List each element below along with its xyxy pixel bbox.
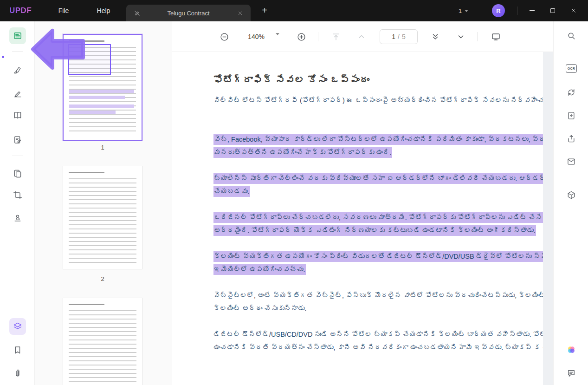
crop-button[interactable]: [9, 187, 26, 203]
zoom-out-button[interactable]: [218, 30, 231, 43]
document-content: ఫోటోగ్రాఫిక్ సేవల కోసం ఒప్పందం విల్‌విట్…: [172, 52, 543, 354]
left-toolbar: [0, 21, 35, 385]
paragraph[interactable]: విల్‌విట్ లోటస్ ఫోటోగ్రఫీ (ఫోటోగ్రాఫర్) …: [213, 94, 543, 107]
ocr-button[interactable]: OCR: [563, 60, 580, 77]
close-button[interactable]: [564, 0, 583, 21]
page-thumbnail-1[interactable]: [63, 34, 142, 141]
updf-window: UPDF File Help Telugu Contract + 1 R: [0, 0, 588, 385]
layers-button[interactable]: [9, 318, 26, 335]
minimize-button[interactable]: [523, 0, 541, 21]
highlighted-paragraph[interactable]: ఒరిజినల్ ఫోటోగ్రాఫ్‌లు చేర్చబడలేదు, సవరణ…: [213, 211, 543, 237]
document-toolbar: 140% 1 / 5: [172, 21, 553, 52]
new-tab-button[interactable]: +: [258, 0, 271, 21]
chevron-up-icon: [357, 32, 366, 41]
ai-assistant-button[interactable]: [563, 341, 580, 358]
titlebar: UPDF File Help Telugu Contract + 1 R: [0, 0, 588, 21]
zoom-out-icon: [220, 32, 229, 42]
page-thumbnail-2[interactable]: [63, 166, 142, 269]
highlighted-paragraph[interactable]: బ్యాలెన్స్ పూర్తిగా చెల్లించే వరకు వ్రివ…: [213, 172, 543, 198]
email-button[interactable]: [563, 153, 580, 170]
page-edit-button[interactable]: [563, 107, 580, 124]
stamp-button[interactable]: [9, 210, 26, 227]
close-icon: [571, 8, 576, 13]
signature-button[interactable]: [9, 131, 26, 148]
layers-icon: [13, 322, 22, 331]
ocr-icon: OCR: [566, 64, 577, 73]
viewport-indicator[interactable]: [68, 44, 111, 75]
ocr-label: OCR: [568, 67, 575, 70]
active-tool-indicator: [2, 56, 4, 58]
feedback-button[interactable]: [563, 365, 580, 382]
document-page[interactable]: ఫోటోగ్రాఫిక్ సేవల కోసం ఒప్పందం విల్‌విట్…: [172, 52, 543, 385]
highlighted-paragraph[interactable]: క్లయింట్ వ్యక్తిగత ఉపయోగం కోసం ప్రింట్ వ…: [213, 250, 543, 276]
chevron-down-icon: [276, 33, 279, 43]
next-page-button[interactable]: [454, 30, 467, 43]
highlighted-paragraph[interactable]: వెబ్, Facebook, వ్యాపార కార్డ్‌లు లేదా ప…: [213, 133, 543, 159]
window-count-dropdown[interactable]: 1: [459, 0, 468, 21]
right-toolbar: OCR: [553, 21, 588, 385]
previous-page-button[interactable]: [355, 30, 368, 43]
crop-icon: [13, 190, 22, 200]
thumb-text-placeholder: [69, 40, 104, 42]
zoom-level[interactable]: 140%: [241, 21, 271, 52]
tab-telugu-contract[interactable]: Telugu Contract: [126, 5, 251, 21]
share-button[interactable]: [563, 131, 580, 147]
chevron-down-icon: [456, 32, 465, 41]
search-icon: [567, 31, 576, 40]
chevron-down-icon: [465, 10, 468, 12]
stamp-icon: [13, 214, 22, 223]
maximize-button[interactable]: [543, 0, 562, 21]
arrow-to-top-icon: [331, 32, 341, 41]
paragraph[interactable]: వెబ్‌సైట్లలో, అంటే వ్యక్తిగత వెబ్‌సైట్, …: [213, 289, 543, 315]
reader-mode-button[interactable]: [9, 27, 26, 44]
titlebar-divider: [517, 7, 517, 15]
paragraph[interactable]: డిజిటల్ డౌన్‌లోడ్/USB/CD/DVD నుండి అన్ని…: [213, 328, 543, 354]
highlighter-button[interactable]: [9, 62, 26, 78]
avatar[interactable]: R: [492, 4, 505, 17]
window-count-value: 1: [459, 7, 462, 14]
zoom-dropdown-button[interactable]: [276, 35, 279, 44]
pages-icon: [13, 169, 22, 178]
divider: [566, 179, 577, 179]
menu-file[interactable]: File: [51, 0, 76, 21]
menu-help[interactable]: Help: [91, 0, 116, 21]
updf-ai-icon: [566, 345, 576, 355]
document-title[interactable]: ఫోటోగ్రాఫిక్ సేవల కోసం ఒప్పందం: [213, 74, 543, 85]
highlighter-icon: [13, 65, 22, 75]
zoom-in-button[interactable]: [295, 30, 308, 43]
comment-button[interactable]: [9, 85, 26, 102]
thumbnail-panel: 1 2: [35, 21, 172, 385]
thumb-text-placeholder: [69, 178, 136, 263]
thumb-highlight: [69, 104, 134, 108]
main-area: 140% 1 / 5: [172, 21, 553, 385]
signature-icon: [13, 135, 22, 144]
current-page: 1: [392, 33, 395, 40]
search-button[interactable]: [563, 27, 580, 44]
page-download-icon: [567, 111, 576, 120]
converter-button[interactable]: [563, 84, 580, 101]
divider: [318, 32, 318, 41]
compress-button[interactable]: [563, 187, 580, 203]
next-section-button[interactable]: [429, 30, 442, 43]
bookmark-button[interactable]: [9, 342, 26, 359]
presentation-button[interactable]: [489, 30, 502, 43]
thumb-highlight: [69, 90, 134, 93]
attachment-button[interactable]: [9, 365, 26, 382]
page-indicator[interactable]: 1 / 5: [380, 29, 418, 44]
zoom-in-icon: [297, 32, 306, 42]
sync-icon: [567, 88, 576, 97]
document-scroll-area[interactable]: ఫోటోగ్రాఫిక్ సేవల కోసం ఒప్పందం విల్‌విట్…: [172, 52, 553, 385]
page-number-label: 1: [63, 144, 142, 151]
updf-logo: UPDF: [9, 0, 32, 21]
minimize-icon: [530, 10, 535, 11]
thumb-highlight: [69, 96, 125, 99]
page-thumbnail-3[interactable]: [63, 298, 142, 385]
read-book-button[interactable]: [9, 107, 26, 124]
doc-paragraphs: విల్‌విట్ లోటస్ ఫోటోగ్రఫీ (ఫోటోగ్రాఫర్) …: [213, 94, 543, 354]
tab-close-icon[interactable]: [236, 9, 244, 17]
mail-icon: [567, 157, 576, 166]
reader-mode-icon: [13, 31, 22, 40]
go-to-top-button[interactable]: [330, 30, 342, 43]
organize-pages-button[interactable]: [9, 165, 26, 182]
divider: [12, 51, 23, 52]
